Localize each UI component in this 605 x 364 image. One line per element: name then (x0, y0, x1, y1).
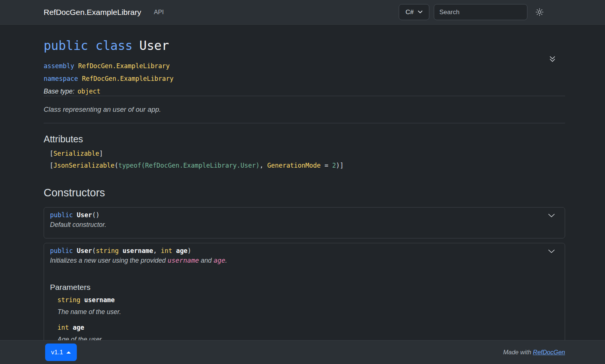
version-selector-button[interactable]: v1.1 (45, 344, 77, 361)
brand-link[interactable]: RefDocGen.ExampleLibrary (44, 8, 141, 17)
collapse-toggle-button[interactable] (548, 213, 555, 218)
namespace-label: namespace (44, 75, 78, 82)
divider (44, 96, 565, 96)
parameter-list: string username The name of the user. in… (57, 295, 559, 340)
version-label: v1.1 (51, 349, 63, 356)
nav-item-api[interactable]: API (154, 9, 164, 16)
navbar: RefDocGen.ExampleLibrary API C# (0, 0, 605, 25)
type-name: User (140, 38, 169, 53)
parameter-signature: string username (57, 295, 559, 304)
expand-all-button[interactable] (548, 55, 557, 63)
base-type-value: object (78, 88, 100, 95)
language-dropdown-label: C# (405, 9, 414, 16)
constructor-signature: public User(string username, int age) (50, 246, 559, 255)
parameter-doc: Age of the user. (57, 335, 559, 340)
chevron-down-icon (418, 10, 423, 14)
constructors-title: Constructors (44, 186, 565, 200)
refdocgen-link[interactable]: RefDocGen (533, 349, 565, 355)
double-chevron-down-icon (548, 55, 557, 63)
namespace-value: RefDocGen.ExampleLibrary (82, 75, 174, 82)
constructor-card: public User(string username, int age) In… (44, 243, 565, 340)
constructor-doc: Initializes a new user using the provide… (50, 256, 559, 265)
constructor-card: public User() Default constructor. (44, 207, 565, 238)
constructors-section: Constructors public User() Default const… (44, 186, 565, 340)
content-container: public classUser assemblyRefDocGen.Examp… (44, 38, 565, 340)
assembly-label: assembly (44, 62, 74, 70)
parameter-signature: int age (57, 323, 559, 332)
base-type-row: Base type:object (44, 87, 565, 96)
collapse-toggle-button[interactable] (548, 249, 555, 253)
base-type-label: Base type: (44, 88, 75, 95)
constructor-signature: public User() (50, 211, 559, 219)
made-with-text: Made with (503, 349, 531, 355)
theme-toggle-button[interactable] (536, 8, 543, 16)
language-dropdown[interactable]: C# (399, 4, 429, 20)
footer: v1.1 Made with RefDocGen (0, 340, 605, 364)
page-title: public classUser (44, 38, 565, 54)
parameters-title: Parameters (50, 282, 559, 292)
namespace-row: namespaceRefDocGen.ExampleLibrary (44, 74, 565, 83)
divider (44, 123, 565, 123)
page: RefDocGen.ExampleLibrary API C# (0, 0, 605, 364)
chevron-down-icon (548, 249, 555, 253)
attribute-code-line: [Serializable] (50, 149, 565, 158)
made-with-note: Made with RefDocGen (503, 349, 565, 356)
attribute-code-line: [JsonSerializable(typeof(RefDocGen.Examp… (50, 161, 565, 170)
attributes-section: Attributes [Serializable] [JsonSerializa… (44, 133, 565, 170)
attributes-title: Attributes (44, 133, 565, 145)
assembly-row: assemblyRefDocGen.ExampleLibrary (44, 61, 565, 70)
sun-icon (536, 8, 543, 16)
type-modifiers: public class (44, 38, 132, 53)
main-content: public classUser assemblyRefDocGen.Examp… (0, 25, 605, 340)
parameter-doc: The name of the user. (57, 307, 559, 316)
constructor-doc: Default constructor. (50, 220, 559, 229)
search-input[interactable] (434, 4, 527, 20)
caret-up-icon (66, 351, 71, 354)
type-summary: Class representing an user of our app. (44, 105, 565, 114)
chevron-down-icon (548, 213, 555, 218)
assembly-value: RefDocGen.ExampleLibrary (78, 62, 170, 70)
